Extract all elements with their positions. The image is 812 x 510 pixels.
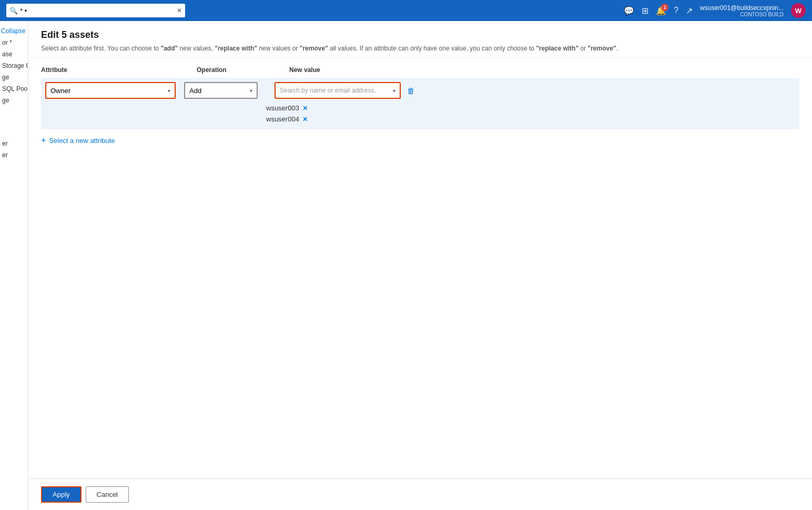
left-edge-er1: er <box>0 138 28 149</box>
grid-icon[interactable]: ⊞ <box>642 6 648 16</box>
help-icon[interactable]: ? <box>674 6 678 15</box>
search-icon: 🔍 <box>9 7 18 15</box>
tag-wsuser003-remove-button[interactable]: ✕ <box>302 105 308 112</box>
apply-button[interactable]: Apply <box>41 486 82 503</box>
operation-dropdown[interactable]: Add ▾ <box>184 82 258 99</box>
tag-label: wsuser004 <box>266 115 299 123</box>
user-avatar[interactable]: W <box>791 3 806 18</box>
left-edge-sqlpool: SQL Pool <box>0 83 28 95</box>
left-sidebar-partial: Collapse or * ase Storage G ge SQL Pool … <box>0 21 28 510</box>
left-edge-or: or * <box>0 37 28 48</box>
tag-label: wsuser003 <box>266 104 299 112</box>
search-box[interactable]: 🔍 ✕ <box>6 4 185 17</box>
tag-wsuser004-remove-button[interactable]: ✕ <box>302 116 308 123</box>
left-edge-ge: ge <box>0 72 28 83</box>
attribute-selected-value: Owner <box>50 87 70 95</box>
panel-description: Select an attribute first. You can choos… <box>41 44 799 53</box>
operation-selected-value: Add <box>189 87 201 95</box>
footer-buttons: Apply Cancel <box>28 478 812 510</box>
attribute-dropdown[interactable]: Owner ▾ <box>45 82 176 99</box>
left-edge-ase: ase <box>0 48 28 60</box>
panel-title: Edit 5 assets <box>41 29 799 40</box>
form-area: Attribute Operation New value Owner ▾ Ad… <box>28 58 812 277</box>
search-input[interactable] <box>20 7 175 15</box>
main-layout: Collapse or * ase Storage G ge SQL Pool … <box>0 21 812 510</box>
spacer <box>28 277 812 478</box>
new-value-row: Search by name or email address. ▾ 🗑 <box>266 82 418 99</box>
topbar-left: 🔍 ✕ <box>6 4 185 17</box>
operation-column-header: Operation <box>197 66 281 74</box>
feedback-icon[interactable]: 💬 <box>624 6 634 16</box>
tag-wsuser004: wsuser004 ✕ <box>266 115 418 123</box>
collapse-label[interactable]: Collapse <box>0 25 28 37</box>
user-org: CONTOSO BUILD <box>740 12 784 17</box>
notification-badge: 1 <box>661 4 668 11</box>
search-close-button[interactable]: ✕ <box>177 7 182 14</box>
new-value-chevron-icon: ▾ <box>393 88 395 94</box>
tags-area: wsuser003 ✕ wsuser004 ✕ <box>266 101 418 123</box>
add-icon: + <box>41 136 46 145</box>
delete-icon: 🗑 <box>407 86 415 95</box>
left-edge-er2: er <box>0 149 28 161</box>
notification-icon[interactable]: 🔔 1 <box>656 6 666 16</box>
operation-chevron-icon: ▾ <box>250 88 252 94</box>
user-info[interactable]: wsuser001@buildseccxpnin... CONTOSO BUIL… <box>700 4 784 17</box>
new-value-placeholder: Search by name or email address. <box>280 87 376 94</box>
cancel-button[interactable]: Cancel <box>86 486 129 503</box>
tag-wsuser003: wsuser003 ✕ <box>266 104 418 112</box>
left-edge-storage: Storage G <box>0 60 28 72</box>
left-edge-ge2: ge <box>0 95 28 106</box>
new-value-search-dropdown[interactable]: Search by name or email address. ▾ <box>275 82 401 99</box>
panel-header: Edit 5 assets Select an attribute first.… <box>28 21 812 58</box>
attribute-column-header: Attribute <box>41 66 188 74</box>
add-attribute-label[interactable]: Select a new attribute <box>49 137 115 145</box>
attribute-chevron-icon: ▾ <box>168 88 170 94</box>
topbar-right: 💬 ⊞ 🔔 1 ? ↗ wsuser001@buildseccxpnin... … <box>624 3 806 18</box>
add-attribute-row[interactable]: + Select a new attribute <box>41 136 799 145</box>
newvalue-column-header: New value <box>289 66 437 74</box>
user-name: wsuser001@buildseccxpnin... <box>700 4 784 12</box>
share-icon[interactable]: ↗ <box>686 6 693 16</box>
new-value-area: Search by name or email address. ▾ 🗑 wsu… <box>266 82 418 123</box>
delete-row-button[interactable]: 🗑 <box>404 84 418 97</box>
content-area: Edit 5 assets Select an attribute first.… <box>28 21 812 510</box>
form-column-headers: Attribute Operation New value <box>41 66 799 74</box>
topbar: 🔍 ✕ 💬 ⊞ 🔔 1 ? ↗ wsuser001@buildseccxpnin… <box>0 0 812 21</box>
attribute-row: Owner ▾ Add ▾ Search by name or email ad… <box>41 78 799 129</box>
